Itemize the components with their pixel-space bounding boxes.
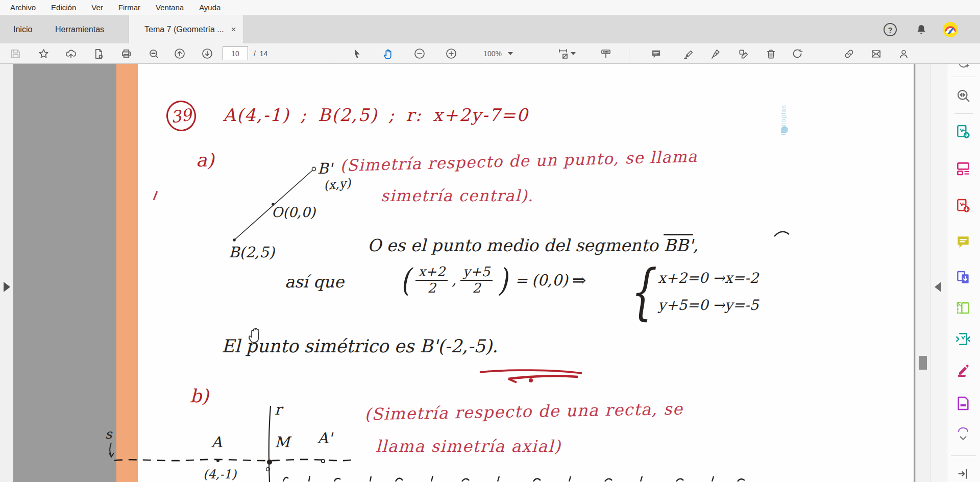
tools-pane-rail[interactable]	[930, 64, 947, 482]
midpoint-formula: ( x+22 , y+52 ) = (0,0) ⇒	[399, 264, 586, 296]
trash-icon[interactable]	[762, 45, 779, 62]
more-tool-partial-icon[interactable]	[953, 424, 973, 432]
stray-arc-mark	[773, 227, 791, 238]
save-icon[interactable]	[7, 45, 24, 62]
menu-ver[interactable]: Ver	[91, 3, 103, 12]
select-tool-icon[interactable]	[349, 45, 366, 62]
label-r: r	[275, 401, 282, 418]
compress-pdf-icon[interactable]	[953, 329, 973, 349]
refresh-icon[interactable]	[789, 45, 806, 62]
label-b-prime-coords: (x,y)	[323, 176, 352, 192]
export-pdf-icon[interactable]	[953, 122, 973, 142]
equation-system: { x+2=0 →x=-2 y+5=0 →y=-5	[622, 264, 758, 320]
page-count: / 14	[254, 50, 267, 58]
create-pdf-icon[interactable]	[953, 196, 973, 216]
share-cloud-icon[interactable]	[62, 45, 80, 62]
tab-herramientas[interactable]: Herramientas	[51, 15, 108, 43]
hand-tool-icon[interactable]	[379, 45, 397, 62]
tools-sidebar	[947, 64, 980, 482]
part-a-label: a)	[196, 150, 214, 171]
tab-bar: Inicio Herramientas Tema 7 (Geometría ..…	[0, 15, 980, 43]
toolbar-divider	[629, 47, 629, 60]
collapse-pane-icon[interactable]	[953, 464, 973, 482]
zoom-level-dropdown[interactable]: 100%	[474, 46, 523, 60]
clipped-line-fragments	[278, 474, 753, 482]
star-icon[interactable]	[35, 45, 52, 62]
tab-document[interactable]: Tema 7 (Geometría ... ×	[129, 15, 244, 43]
menu-ventana[interactable]: Ventana	[156, 3, 184, 12]
system-line1: x+2=0 →x=-2	[658, 270, 758, 286]
open-nav-pane-icon[interactable]	[4, 282, 10, 292]
fill-sign-icon[interactable]	[953, 360, 973, 380]
menu-archivo[interactable]: Archivo	[10, 3, 36, 12]
find-tool-icon[interactable]	[953, 85, 973, 106]
link-icon[interactable]	[840, 45, 857, 62]
label-m: M	[275, 433, 290, 451]
note-b-line2: llama simetría axial)	[376, 437, 561, 456]
collapse-tools-pane-icon[interactable]	[935, 282, 941, 292]
print-icon[interactable]	[117, 45, 135, 62]
menu-bar: Archivo Edición Ver Firmar Ventana Ayuda	[0, 0, 980, 15]
chevron-down-icon	[508, 52, 513, 55]
watermark-logo	[781, 126, 788, 133]
stamp-icon[interactable]	[734, 45, 752, 62]
label-origin: O(0,0)	[272, 204, 315, 220]
page-up-icon[interactable]	[171, 45, 188, 62]
more-tools-chevron-icon[interactable]	[953, 432, 973, 444]
chevron-down-icon	[571, 52, 576, 55]
help-icon[interactable]: ?	[883, 22, 898, 37]
vertical-scrollbar[interactable]	[915, 64, 930, 482]
comment-tool-icon[interactable]	[953, 232, 973, 252]
note-a-line2: simetría central).	[381, 186, 533, 205]
toolbar-divider	[332, 47, 332, 60]
sidebar-divider	[951, 455, 976, 456]
label-a: A	[211, 433, 222, 451]
organize-pages-icon[interactable]	[953, 298, 973, 319]
zoom-in-icon[interactable]	[443, 45, 460, 62]
user-avatar[interactable]	[943, 22, 958, 37]
tab-inicio[interactable]: Inicio	[9, 15, 36, 43]
main-toolbar: / 14 100%	[0, 43, 980, 64]
page-number-input[interactable]	[223, 46, 248, 60]
nav-pane-rail[interactable]	[0, 64, 13, 482]
menu-edicion[interactable]: Edición	[51, 3, 76, 12]
protect-pdf-icon[interactable]	[953, 393, 973, 414]
close-tab-icon[interactable]: ×	[231, 25, 236, 35]
menu-firmar[interactable]: Firmar	[118, 3, 140, 12]
edit-pdf-icon[interactable]	[953, 158, 973, 179]
email-icon[interactable]	[867, 45, 885, 62]
menu-ayuda[interactable]: Ayuda	[199, 3, 220, 12]
comment-icon[interactable]	[647, 45, 665, 62]
hand-cursor	[247, 325, 263, 344]
label-a-prime: A'	[317, 429, 332, 447]
combine-files-icon[interactable]	[953, 268, 973, 288]
sign-pen-icon[interactable]	[707, 45, 724, 62]
page-display-icon[interactable]	[597, 45, 615, 62]
document-viewport: tralioplas 39 A(4,-1) ; B(2,5) ; r: x+2y…	[0, 64, 980, 482]
label-a-coords: (4,-1)	[203, 467, 236, 481]
red-underline	[478, 368, 585, 383]
midpoint-line: O es el punto medio del segmento BB',	[368, 235, 698, 255]
label-b: B(2,5)	[229, 244, 275, 261]
problem-statement: A(4,-1) ; B(2,5) ; r: x+2y-7=0	[223, 105, 529, 125]
label-b-prime: B'	[317, 160, 332, 177]
partial-tool-icon[interactable]	[953, 64, 973, 80]
zoom-out-icon[interactable]	[411, 45, 428, 62]
asi-que: así que	[285, 272, 344, 292]
page-fit-icon[interactable]	[554, 45, 578, 62]
sidebar-divider	[954, 113, 973, 114]
label-s: s	[105, 426, 112, 442]
find-icon[interactable]	[145, 45, 162, 62]
page-down-icon[interactable]	[199, 45, 216, 62]
scrollbar-thumb[interactable]	[919, 356, 927, 370]
sidebar-divider	[951, 77, 976, 77]
person-icon[interactable]	[895, 45, 912, 62]
notifications-bell-icon[interactable]	[914, 22, 929, 37]
export-file-icon[interactable]	[90, 45, 107, 62]
system-line2: y+5=0 →y=-5	[658, 297, 758, 314]
highlight-icon[interactable]	[679, 45, 697, 62]
acrobat-window: Archivo Edición Ver Firmar Ventana Ayuda…	[0, 0, 980, 482]
